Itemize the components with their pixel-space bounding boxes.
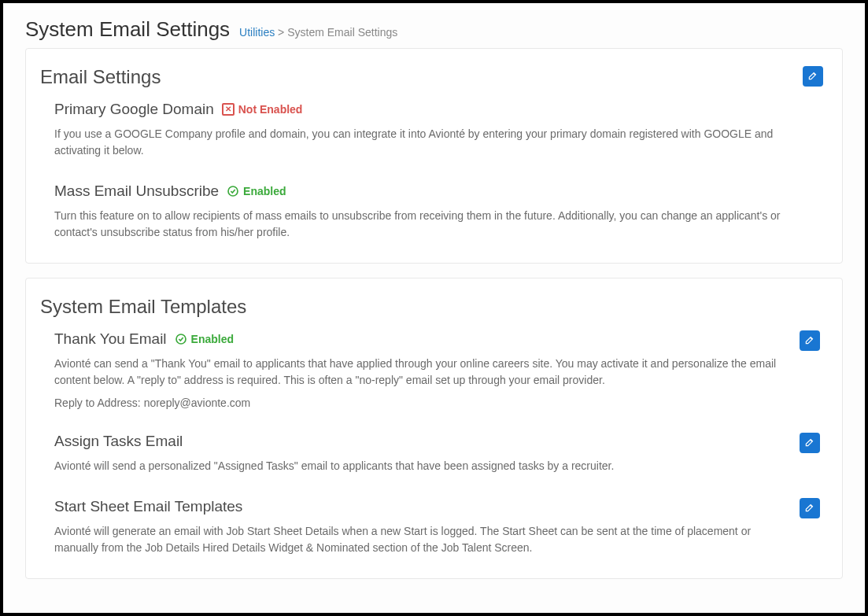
edit-email-settings-button[interactable] — [803, 66, 823, 87]
check-circle-icon — [175, 333, 187, 345]
start-sheet-email-desc: Avionté will generate an email with Job … — [54, 523, 785, 556]
assign-tasks-email-title: Assign Tasks Email — [54, 433, 183, 450]
thank-you-email-section: Thank You Email Enabled Avionté can send… — [40, 330, 820, 409]
edit-icon — [804, 334, 815, 348]
email-settings-card: Email Settings Primary Google Domain ✕ N… — [25, 48, 843, 264]
check-circle-icon — [227, 185, 239, 197]
mass-unsubscribe-section: Mass Email Unsubscribe Enabled Turn this… — [40, 183, 820, 241]
edit-icon — [804, 437, 815, 450]
assign-tasks-email-section: Assign Tasks Email Avionté will send a p… — [40, 433, 820, 474]
start-sheet-email-section: Start Sheet Email Templates Avionté will… — [40, 498, 820, 556]
status-badge: Enabled — [227, 185, 286, 197]
status-text: Not Enabled — [238, 103, 303, 116]
page-container: System Email Settings Utilities > System… — [3, 3, 865, 613]
start-sheet-email-title: Start Sheet Email Templates — [54, 498, 242, 515]
system-email-templates-card: System Email Templates Thank You Email E… — [25, 278, 843, 579]
page-title: System Email Settings — [25, 17, 230, 42]
reply-to-value: noreply@avionte.com — [144, 397, 251, 409]
system-email-templates-title: System Email Templates — [40, 296, 820, 318]
edit-assign-tasks-button[interactable] — [800, 433, 820, 453]
status-badge: Enabled — [175, 333, 234, 345]
email-settings-title: Email Settings — [40, 66, 820, 88]
x-square-icon: ✕ — [222, 103, 235, 116]
mass-unsubscribe-title: Mass Email Unsubscribe — [54, 183, 219, 200]
status-text: Enabled — [191, 333, 234, 345]
primary-google-domain-section: Primary Google Domain ✕ Not Enabled If y… — [40, 101, 820, 159]
thank-you-email-title: Thank You Email — [54, 330, 167, 348]
breadcrumb-separator: > — [278, 26, 284, 39]
reply-to-line: Reply to Address: noreply@avionte.com — [54, 397, 785, 409]
breadcrumb-current: System Email Settings — [287, 26, 397, 39]
edit-icon — [807, 70, 818, 83]
breadcrumb-utilities-link[interactable]: Utilities — [239, 26, 275, 39]
assign-tasks-email-desc: Avionté will send a personalized "Assign… — [54, 458, 785, 474]
edit-start-sheet-button[interactable] — [800, 498, 820, 518]
mass-unsubscribe-desc: Turn this feature on to allow recipients… — [54, 208, 820, 241]
thank-you-email-desc: Avionté can send a "Thank You" email to … — [54, 356, 785, 389]
status-text: Enabled — [243, 185, 286, 197]
edit-thank-you-email-button[interactable] — [800, 330, 820, 351]
page-header: System Email Settings Utilities > System… — [25, 17, 843, 42]
primary-google-domain-title: Primary Google Domain — [54, 101, 214, 118]
edit-icon — [804, 502, 815, 515]
primary-google-domain-desc: If you use a GOOGLE Company profile and … — [54, 126, 820, 159]
reply-to-label: Reply to Address: — [54, 397, 144, 409]
status-badge: ✕ Not Enabled — [222, 103, 303, 116]
breadcrumb: Utilities > System Email Settings — [239, 26, 397, 39]
